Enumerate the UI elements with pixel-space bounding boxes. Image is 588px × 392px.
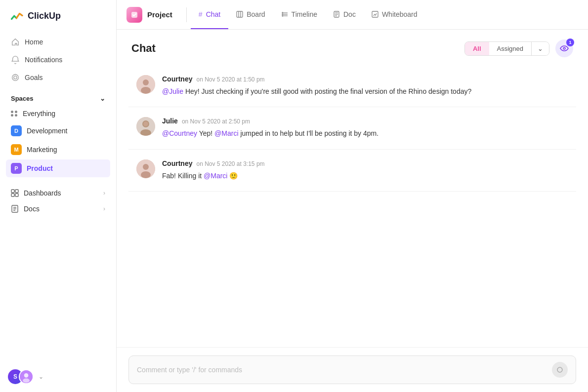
svg-point-37 (141, 171, 151, 178)
spaces-chevron-icon: ⌄ (100, 95, 105, 102)
mention-marci: @Marci (214, 129, 238, 137)
docs-arrow: › (103, 205, 105, 212)
filter-dropdown[interactable]: ⌄ (531, 42, 549, 55)
filter-assigned-button[interactable]: Assigned (489, 42, 531, 55)
spaces-list: Everything D Development M Marketing P P… (0, 105, 116, 178)
message-body: Courtney on Nov 5 2020 at 3:15 pm Fab! K… (162, 159, 568, 181)
send-button[interactable] (552, 362, 568, 378)
sidebar: ClickUp Home Notifications Goals Spaces … (0, 0, 117, 392)
svg-point-12 (24, 373, 29, 378)
message-text: Fab! Killing it @Marci 🙂 (162, 170, 568, 181)
chat-tab-icon: # (199, 10, 203, 18)
svg-point-27 (563, 47, 565, 49)
development-badge: D (11, 125, 22, 136)
main-content: Project # Chat Board Timeline Doc Whiteb… (117, 0, 588, 392)
svg-point-30 (141, 87, 151, 94)
message-text-content: Hey! Just checking if you're still good … (185, 87, 471, 95)
chat-tab-label: Chat (206, 10, 221, 18)
tab-board[interactable]: Board (228, 0, 273, 29)
project-icon (126, 7, 142, 23)
tabs-bar: Project # Chat Board Timeline Doc Whiteb… (117, 0, 588, 30)
svg-point-29 (143, 79, 149, 85)
dashboards-label: Dashboards (24, 189, 61, 197)
logo[interactable]: ClickUp (0, 0, 116, 32)
whiteboard-tab-icon (372, 11, 378, 18)
timeline-tab-icon (281, 11, 288, 18)
product-label: Product (27, 164, 53, 172)
everything-label: Everything (23, 110, 55, 118)
project-title: Project (126, 7, 182, 23)
svg-point-36 (143, 164, 149, 170)
sidebar-item-goals[interactable]: Goals (6, 69, 110, 86)
msg-text-fab: Fab! Killing it (162, 172, 204, 180)
svg-point-13 (23, 378, 30, 383)
message-time: on Nov 5 2020 at 2:50 pm (182, 118, 250, 125)
comment-input-wrap[interactable]: Comment or type '/' for commands (128, 355, 576, 384)
tab-chat[interactable]: # Chat (191, 0, 228, 29)
user-section[interactable]: S ⌄ (0, 361, 116, 392)
doc-tab-icon (333, 11, 340, 18)
avatar-secondary (19, 369, 34, 384)
goals-icon (11, 73, 20, 82)
messages-list: Courtney on Nov 5 2020 at 1:50 pm @Julie… (117, 65, 588, 347)
courtney-avatar (136, 75, 155, 94)
notifications-label: Notifications (25, 56, 62, 64)
marketing-badge: M (11, 144, 22, 155)
tabs-divider (186, 7, 187, 22)
msg-emoji: 🙂 (229, 172, 238, 180)
msg-text-yep: Yep! (199, 129, 214, 137)
svg-point-34 (143, 121, 148, 126)
svg-point-0 (12, 75, 19, 81)
marketing-label: Marketing (27, 146, 57, 154)
chat-header: Chat All Assigned ⌄ 1 (117, 30, 588, 65)
board-tab-label: Board (247, 10, 265, 18)
logo-text: ClickUp (28, 11, 61, 21)
message-author: Courtney (162, 75, 192, 83)
comment-bar: Comment or type '/' for commands (117, 347, 588, 392)
board-tab-icon (236, 11, 243, 18)
spaces-header[interactable]: Spaces ⌄ (0, 88, 116, 105)
message-time: on Nov 5 2020 at 3:15 pm (196, 160, 264, 167)
sidebar-item-docs[interactable]: Docs › (6, 201, 110, 217)
message-author: Courtney (162, 159, 192, 167)
svg-point-38 (557, 367, 562, 372)
spaces-label: Spaces (11, 95, 34, 102)
development-label: Development (27, 127, 68, 135)
tab-doc[interactable]: Doc (325, 0, 364, 29)
message-body: Courtney on Nov 5 2020 at 1:50 pm @Julie… (162, 75, 568, 97)
whiteboard-tab-label: Whiteboard (382, 10, 418, 18)
courtney-avatar-2 (136, 159, 155, 178)
message-meta: Courtney on Nov 5 2020 at 3:15 pm (162, 159, 568, 167)
mention-julie: @Julie (162, 87, 183, 95)
svg-rect-26 (372, 11, 378, 17)
svg-point-1 (14, 76, 17, 79)
julie-avatar (136, 117, 155, 136)
filter-group: All Assigned ⌄ (464, 41, 549, 56)
filter-all-button[interactable]: All (465, 42, 489, 55)
grid-icon (11, 111, 18, 117)
message-item: Courtney on Nov 5 2020 at 1:50 pm @Julie… (128, 65, 576, 107)
sidebar-item-marketing[interactable]: M Marketing (6, 141, 110, 158)
message-meta: Julie on Nov 5 2020 at 2:50 pm (162, 117, 568, 125)
sidebar-item-everything[interactable]: Everything (6, 106, 110, 121)
message-item: Julie on Nov 5 2020 at 2:50 pm @Courtney… (128, 107, 576, 149)
message-text: @Courtney Yep! @Marci jumped in to help … (162, 128, 568, 139)
home-label: Home (25, 38, 43, 46)
sidebar-item-product[interactable]: P Product (6, 159, 110, 177)
sidebar-item-home[interactable]: Home (6, 34, 110, 50)
sidebar-item-development[interactable]: D Development (6, 122, 110, 140)
message-time: on Nov 5 2020 at 1:50 pm (196, 76, 264, 83)
user-chevron-icon: ⌄ (39, 373, 43, 380)
doc-tab-label: Doc (343, 10, 356, 18)
watchers-button[interactable]: 1 (555, 39, 573, 57)
sidebar-nav: Home Notifications Goals (0, 32, 116, 88)
chat-area: Chat All Assigned ⌄ 1 (117, 30, 588, 392)
tab-whiteboard[interactable]: Whiteboard (364, 0, 425, 29)
sidebar-item-notifications[interactable]: Notifications (6, 51, 110, 68)
goals-label: Goals (25, 74, 43, 81)
chat-title: Chat (131, 42, 156, 55)
docs-icon (11, 205, 19, 213)
svg-rect-4 (15, 190, 18, 193)
tab-timeline[interactable]: Timeline (273, 0, 325, 29)
sidebar-item-dashboards[interactable]: Dashboards › (6, 185, 110, 201)
